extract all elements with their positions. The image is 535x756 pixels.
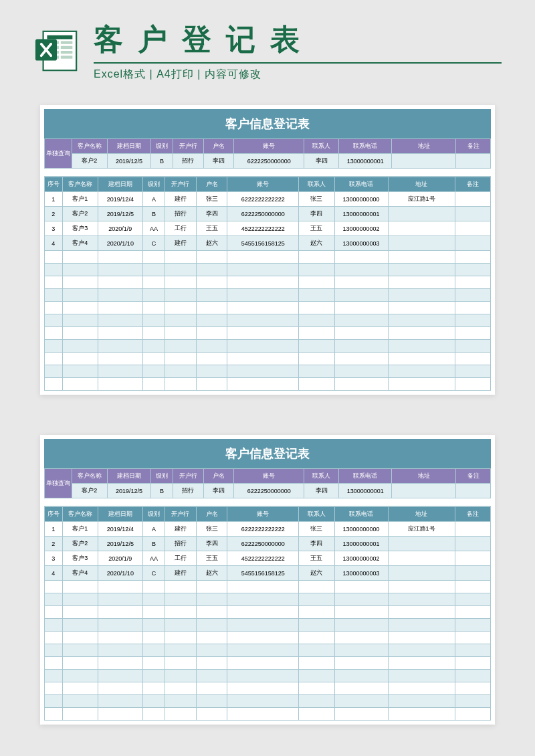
table-cell (98, 302, 143, 314)
query-header: 级别 (151, 469, 173, 484)
list-table: 序号客户名称建档日期级别开户行户名账号联系人联系电话地址备注1客户12019/1… (44, 506, 491, 721)
table-row-empty (45, 581, 491, 593)
table-cell (165, 632, 197, 644)
table-cell (227, 644, 299, 657)
query-header: 备注 (456, 469, 491, 484)
table-cell (388, 670, 455, 682)
table-cell: 1 (45, 522, 63, 537)
table-cell (227, 708, 299, 721)
query-table: 单独查询客户名称建档日期级别开户行户名账号联系人联系电话地址备注客户22019/… (44, 138, 491, 177)
svg-rect-5 (61, 46, 73, 49)
table-cell (165, 302, 197, 314)
table-cell (62, 264, 98, 276)
table-cell (196, 251, 227, 264)
table-cell (165, 289, 197, 302)
table-cell (196, 695, 227, 708)
table-cell (455, 522, 490, 537)
table-cell (62, 606, 98, 619)
table-cell (142, 365, 165, 378)
table-cell (62, 708, 98, 721)
table-cell (165, 657, 197, 670)
query-label: 单独查询 (45, 469, 72, 498)
table-cell (388, 581, 455, 593)
table-cell (299, 365, 334, 378)
table-cell (455, 566, 490, 581)
table-cell (165, 682, 197, 695)
table-cell: 13000000003 (334, 566, 388, 581)
table-cell (334, 644, 388, 657)
query-cell: 2019/12/5 (107, 484, 151, 498)
query-cell: 6222250000000 (234, 154, 304, 169)
list-table: 序号客户名称建档日期级别开户行户名账号联系人联系电话地址备注1客户12019/1… (44, 177, 491, 391)
table-cell (455, 606, 490, 619)
table-cell: 3 (45, 221, 63, 236)
query-header: 建档日期 (107, 139, 151, 154)
table-cell (142, 695, 165, 708)
table-row-empty (45, 314, 491, 327)
query-cell: 13000000001 (339, 484, 392, 498)
table-cell (196, 682, 227, 695)
table-cell: 客户2 (62, 207, 98, 221)
table-cell (45, 606, 63, 619)
table-cell (334, 302, 388, 314)
table-cell (142, 302, 165, 314)
table-cell (142, 251, 165, 264)
table-cell (299, 276, 334, 289)
table-cell (388, 708, 455, 721)
table-cell: 6222250000000 (227, 207, 299, 221)
table-cell (299, 340, 334, 353)
table-cell (334, 670, 388, 682)
table-cell (45, 289, 63, 302)
table-cell (98, 289, 143, 302)
table-cell (98, 264, 143, 276)
table-cell (62, 327, 98, 340)
table-cell (227, 276, 299, 289)
table-cell (455, 192, 490, 207)
table-cell (388, 619, 455, 632)
list-header: 地址 (388, 177, 455, 192)
query-header: 开户行 (173, 469, 204, 484)
table-cell: 4 (45, 236, 63, 251)
table-cell (45, 264, 63, 276)
list-header: 户名 (196, 507, 227, 522)
table-cell: 赵六 (299, 566, 334, 581)
table-cell (388, 632, 455, 644)
table-cell (299, 251, 334, 264)
table-cell (62, 581, 98, 593)
table-cell (455, 365, 490, 378)
table-cell (165, 581, 197, 593)
table-cell (45, 353, 63, 365)
table-cell (142, 340, 165, 353)
table-row-empty (45, 378, 491, 391)
table-cell (98, 619, 143, 632)
list-header: 客户名称 (62, 177, 98, 192)
table-cell: 应江路1号 (388, 192, 455, 207)
query-cell (456, 154, 491, 169)
list-header: 建档日期 (98, 177, 143, 192)
table-cell (455, 264, 490, 276)
list-header: 地址 (388, 507, 455, 522)
table-cell: 建行 (165, 566, 197, 581)
table-cell (98, 353, 143, 365)
table-cell (388, 340, 455, 353)
table-cell (388, 657, 455, 670)
query-header: 账号 (234, 469, 304, 484)
table-cell (45, 327, 63, 340)
list-header: 建档日期 (98, 507, 143, 522)
table-cell: 建行 (165, 522, 197, 537)
table-cell (334, 378, 388, 391)
table-cell (62, 644, 98, 657)
table-cell (62, 378, 98, 391)
table-cell (227, 289, 299, 302)
query-header: 开户行 (173, 139, 204, 154)
table-cell (45, 378, 63, 391)
table-cell (196, 365, 227, 378)
table-cell: 李四 (196, 207, 227, 221)
list-header: 级别 (142, 177, 165, 192)
table-cell: 客户1 (62, 522, 98, 537)
table-cell (196, 670, 227, 682)
query-header: 级别 (151, 139, 173, 154)
table-cell (227, 251, 299, 264)
svg-rect-3 (61, 41, 73, 43)
table-row-empty (45, 695, 491, 708)
